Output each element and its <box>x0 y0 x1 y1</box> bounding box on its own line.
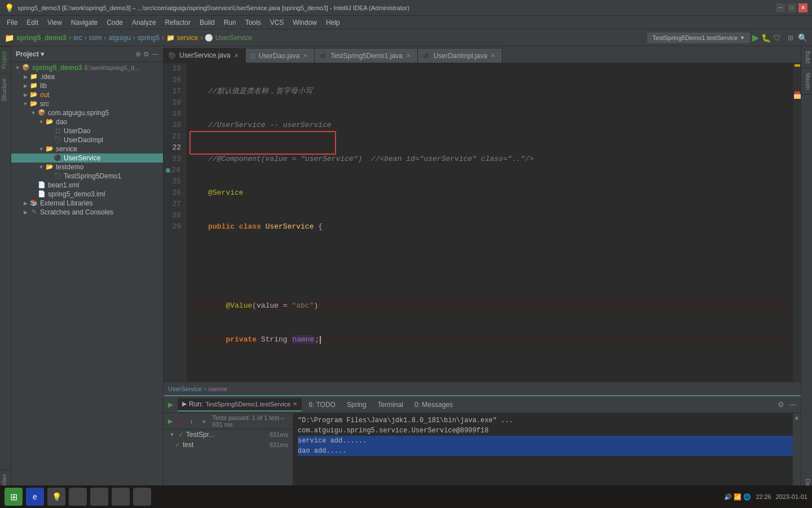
taskbar-item-5[interactable] <box>112 488 130 506</box>
menu-build[interactable]: Build <box>195 17 219 28</box>
tree-userservice[interactable]: ▶ ⚫ UserService <box>11 154 163 163</box>
tree-testspring5demo1[interactable]: ▶ ⚫ TestSpring5Demo1 <box>11 172 163 181</box>
breadcrumb-spring5[interactable]: spring5 <box>138 34 160 42</box>
build-panel-tab[interactable]: Build <box>801 46 812 68</box>
debug-button[interactable]: 🐛 <box>761 33 771 42</box>
code-content[interactable]: //默认值是类名称，首字母小写 //UserService -- userSer… <box>186 63 793 382</box>
tab-userservice-java[interactable]: ⚫ UserService.java ✕ <box>164 48 246 63</box>
menu-analyze[interactable]: Analyze <box>127 17 161 28</box>
stop-button[interactable]: ■ <box>176 415 186 427</box>
code-line-15: //默认值是类名称，首字母小写 <box>191 86 788 97</box>
step-icon[interactable]: ↕ <box>187 415 196 427</box>
tree-package[interactable]: ▼ 📦 com.atguigu.spring5 <box>11 108 163 117</box>
project-panel-tab[interactable]: Project <box>0 46 11 73</box>
tree-lib-label: lib <box>40 82 47 90</box>
check-icon-test: ✓ <box>175 441 180 449</box>
breadcrumb-atguigu[interactable]: atguigu <box>108 34 130 42</box>
tree-dao[interactable]: ▼ 📂 dao <box>11 117 163 126</box>
tab-close-userdao[interactable]: ✕ <box>303 52 307 59</box>
bottom-tab-messages[interactable]: 0: Messages <box>410 398 457 411</box>
bottom-tab-spring[interactable]: Spring <box>342 398 371 411</box>
close-button[interactable]: ✕ <box>798 3 807 12</box>
tree-lib[interactable]: ▶ 📁 lib <box>11 81 163 90</box>
intellij-taskbar-button[interactable]: 💡 <box>47 488 65 506</box>
tree-out[interactable]: ▶ 📂 out <box>11 90 163 99</box>
run-tree-testspring[interactable]: ▼ ✓ TestSpr... 631ms <box>164 430 293 440</box>
breadcrumb-service[interactable]: 📁 service <box>166 34 198 42</box>
userservice-icon: ⚫ <box>53 154 62 162</box>
gear-icon[interactable]: ⚙ <box>143 50 149 58</box>
structure-panel-tab[interactable]: Structure <box>0 73 11 106</box>
tree-userdaoimpl[interactable]: ▶ ⚫ UserDaoImpl <box>11 135 163 144</box>
nav-sep-1: › <box>69 34 71 42</box>
tab-close-userservice[interactable]: ✕ <box>234 52 239 59</box>
start-button[interactable]: ⊞ <box>5 488 23 506</box>
menu-window[interactable]: Window <box>288 17 321 28</box>
coverage-button[interactable]: 🛡 <box>773 33 781 42</box>
menu-navigate[interactable]: Navigate <box>67 17 102 28</box>
line-num-28: 28 <box>164 210 186 221</box>
tab-close-testspring5[interactable]: ✕ <box>406 52 411 59</box>
tree-bean1xml[interactable]: ▶ 📄 bean1.xml <box>11 181 163 190</box>
run-tab-close[interactable]: ✕ <box>293 401 297 407</box>
menu-vcs[interactable]: VCS <box>266 17 289 28</box>
taskbar-item-3[interactable] <box>69 488 87 506</box>
menu-view[interactable]: View <box>43 17 67 28</box>
menu-tools[interactable]: Tools <box>241 17 266 28</box>
rerun-button[interactable]: ▶ <box>166 415 175 427</box>
tree-arrow-package: ▼ <box>29 110 37 116</box>
tree-external-libraries[interactable]: ▶ 📚 External Libraries <box>11 199 163 208</box>
tab-userdaoimpl-java[interactable]: ⚫ UserDaoImpl.java ✕ <box>418 48 502 63</box>
breadcrumb-class[interactable]: UserService <box>168 386 202 392</box>
tree-arrow-out: ▶ <box>21 92 29 98</box>
tree-userdao[interactable]: ▶ ◻ UserDao <box>11 126 163 135</box>
tree-userdaoimpl-label: UserDaoImpl <box>64 136 103 144</box>
tree-testspring5demo1-label: TestSpring5Demo1 <box>64 172 121 180</box>
menu-file[interactable]: File <box>2 17 22 28</box>
taskbar-item-4[interactable] <box>90 488 108 506</box>
maximize-button[interactable]: □ <box>787 3 796 12</box>
tab-close-userdaoimpl[interactable]: ✕ <box>491 52 495 59</box>
breadcrumb-field[interactable]: namne <box>209 386 228 392</box>
bottom-tab-terminal[interactable]: Terminal <box>373 398 408 411</box>
run-button[interactable]: ▶ <box>752 32 759 43</box>
menu-help[interactable]: Help <box>321 17 345 28</box>
more-run-button[interactable]: ⊞ <box>788 34 793 42</box>
tree-scratches[interactable]: ▶ ✎ Scratches and Consoles <box>11 208 163 217</box>
line-num-26: 26 <box>164 187 186 199</box>
breadcrumb-src[interactable]: src <box>73 34 82 42</box>
scroll-up-icon[interactable]: ▲ <box>794 414 800 421</box>
menu-refactor[interactable]: Refactor <box>161 17 195 28</box>
breadcrumb-com[interactable]: com <box>89 34 102 42</box>
tree-iml[interactable]: ▶ 📄 spring5_demo3.iml <box>11 190 163 199</box>
menu-run[interactable]: Run <box>219 17 241 28</box>
tab-label-userservice: UserService.java <box>179 51 231 59</box>
collapse-icon[interactable]: — <box>152 50 158 58</box>
menu-edit[interactable]: Edit <box>22 17 43 28</box>
tree-root[interactable]: ▼ 📦 spring5_demo3 E:\work\spring5_d... <box>11 63 163 72</box>
run-config[interactable]: TestSpring5Demo1.testService ▼ <box>647 33 750 43</box>
minimize-panel-icon[interactable]: — <box>789 400 796 409</box>
tab-testspring5demo1-java[interactable]: ⚫ TestSpring5Demo1.java ✕ <box>315 48 417 63</box>
tab-userdao-java[interactable]: ◻ UserDao.java ✕ <box>246 48 315 63</box>
breadcrumb-userservice[interactable]: ⚪ UserService <box>205 34 252 42</box>
tree-service[interactable]: ▼ 📂 service <box>11 144 163 154</box>
maven-panel-tab[interactable]: Maven <box>801 68 812 95</box>
clock: 22:26 <box>756 493 771 500</box>
scope-icon[interactable]: ⊕ <box>135 50 141 58</box>
tree-idea[interactable]: ▶ 📁 .idea <box>11 72 163 81</box>
src-folder-icon: 📂 <box>29 100 38 108</box>
tree-testdemo[interactable]: ▼ 📂 testdemo <box>11 163 163 172</box>
search-everywhere-button[interactable]: 🔍 <box>798 33 807 42</box>
ie-button[interactable]: e <box>26 488 44 506</box>
menu-code[interactable]: Code <box>102 17 127 28</box>
filter-icon[interactable]: » <box>200 415 209 427</box>
run-tree-test[interactable]: ✓ test 631ms <box>164 440 293 450</box>
settings-gear-icon[interactable]: ⚙ <box>778 400 784 409</box>
taskbar-item-6[interactable] <box>133 488 151 506</box>
bottom-tab-todo[interactable]: 6: TODO <box>304 398 340 411</box>
bottom-tab-run[interactable]: ▶ Run: TestSpring5Demo1.testService ✕ <box>178 398 302 411</box>
minimize-button[interactable]: ─ <box>776 3 785 12</box>
tree-src[interactable]: ▼ 📂 src <box>11 99 163 108</box>
breadcrumb-project[interactable]: spring5_demo3 <box>16 34 67 42</box>
